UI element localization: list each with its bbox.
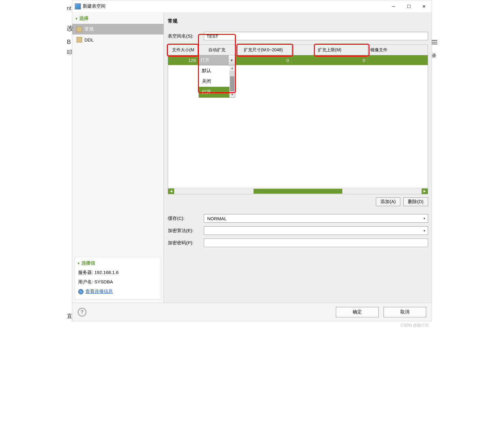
help-button[interactable]: ? — [78, 308, 86, 316]
content-area: 选择 常规 DDL 连接信 服务器: 192.168.1.6 用户名: SYSD… — [72, 13, 432, 303]
sidebar-item-label: DDL — [85, 37, 94, 42]
dropdown-option-on[interactable]: 打开 — [199, 87, 229, 97]
hamburger-icon — [432, 40, 437, 44]
background-right-fragment: 录 — [432, 0, 437, 321]
table-row[interactable]: 128 打开 ▼ 0 0 — [168, 55, 428, 65]
chevron-down-icon: ▼ — [423, 217, 426, 220]
watermark: CSDN @赵小欠 — [72, 321, 432, 329]
sidebar-section-select[interactable]: 选择 — [72, 13, 164, 24]
encryption-password-input[interactable] — [204, 239, 428, 247]
auto-expand-value[interactable]: 打开 — [199, 55, 228, 65]
background-left-fragment: nt 改 B 叩 直 — [67, 0, 72, 321]
sidebar: 选择 常规 DDL 连接信 服务器: 192.168.1.6 用户名: SYSD… — [72, 13, 164, 303]
scroll-left-icon[interactable]: ◀ — [168, 188, 174, 194]
encryption-algo-row: 加密算法(E): ▼ — [164, 224, 432, 237]
app-icon — [75, 3, 81, 9]
close-button[interactable]: ✕ — [416, 0, 432, 13]
cache-label: 缓存(C): — [168, 216, 201, 221]
cache-select[interactable]: NORMAL ▼ — [204, 214, 428, 223]
dialog-footer: ? 确定 取消 — [72, 303, 432, 321]
encryption-password-row: 加密密码(P): — [164, 237, 432, 249]
auto-expand-combo[interactable]: 打开 ▼ — [199, 55, 235, 65]
scroll-up-icon[interactable]: ▲ — [229, 65, 235, 71]
col-file-size[interactable]: 文件大小(M — [168, 45, 199, 55]
sidebar-item-label: 常规 — [85, 26, 94, 32]
titlebar: 新建表空间 ─ ☐ ✕ — [72, 0, 432, 13]
encryption-algo-label: 加密算法(E): — [168, 228, 201, 234]
cache-row: 缓存(C): NORMAL ▼ — [164, 212, 432, 224]
tablespace-name-input[interactable] — [204, 32, 428, 40]
minimize-button[interactable]: ─ — [386, 0, 401, 13]
col-expand-limit[interactable]: 扩充上限(M) — [292, 45, 368, 55]
window-title: 新建表空间 — [83, 3, 106, 9]
cell-expand-limit[interactable]: 0 — [292, 55, 368, 65]
cell-expand-size[interactable]: 0 — [235, 55, 292, 65]
add-button[interactable]: 添加(A) — [376, 197, 400, 206]
server-row: 服务器: 192.168.1.6 — [77, 268, 159, 277]
cell-auto-expand[interactable]: 打开 ▼ — [199, 55, 235, 65]
main-panel: 常规 表空间名(S): 文件大小(M 自动扩充 扩充尺寸(M:0~2048) 扩… — [164, 13, 432, 303]
sidebar-item-ddl[interactable]: DDL — [72, 35, 164, 45]
delete-button[interactable]: 删除(D) — [403, 197, 428, 206]
dialog-window: nt 改 B 叩 直 录 新建表空间 ─ ☐ ✕ 选择 常规 — [72, 0, 432, 321]
encryption-password-label: 加密密码(P): — [168, 240, 201, 246]
sidebar-section-connection[interactable]: 连接信 — [77, 260, 159, 268]
page-icon — [77, 37, 82, 42]
dropdown-option-off[interactable]: 关闭 — [199, 76, 229, 87]
chevron-down-icon: ▼ — [423, 229, 426, 232]
col-expand-size[interactable]: 扩充尺寸(M:0~2048) — [235, 45, 292, 55]
connection-info-panel: 连接信 服务器: 192.168.1.6 用户名: SYSDBA 查看连接信息 — [75, 257, 161, 300]
table-buttons: 添加(A) 删除(D) — [164, 194, 432, 212]
tablespace-name-label: 表空间名(S): — [168, 33, 201, 39]
user-row: 用户名: SYSDBA — [77, 277, 159, 287]
encryption-algo-select[interactable]: ▼ — [204, 226, 428, 235]
cancel-button[interactable]: 取消 — [383, 307, 426, 317]
scroll-thumb[interactable] — [254, 189, 343, 194]
horizontal-scrollbar[interactable]: ◀ ▶ — [168, 188, 428, 194]
ok-button[interactable]: 确定 — [336, 307, 379, 317]
cell-mirror-file[interactable] — [368, 55, 428, 65]
dropdown-scrollbar[interactable]: ▲ ▼ — [229, 65, 235, 97]
chevron-down-icon[interactable]: ▼ — [228, 55, 235, 65]
col-mirror-file[interactable]: 镜像文件 — [368, 45, 428, 55]
files-table: 文件大小(M 自动扩充 扩充尺寸(M:0~2048) 扩充上限(M) 镜像文件 … — [168, 45, 428, 194]
auto-expand-dropdown[interactable]: 默认 关闭 打开 ▲ ▼ — [199, 65, 235, 98]
table-header-row: 文件大小(M 自动扩充 扩充尺寸(M:0~2048) 扩充上限(M) 镜像文件 — [168, 45, 428, 55]
tablespace-name-row: 表空间名(S): — [164, 31, 432, 45]
sidebar-item-general[interactable]: 常规 — [72, 24, 164, 35]
scroll-track[interactable] — [174, 188, 422, 194]
maximize-button[interactable]: ☐ — [401, 0, 416, 13]
scroll-right-icon[interactable]: ▶ — [422, 188, 428, 194]
cell-file-size[interactable]: 128 — [168, 55, 199, 65]
page-icon — [77, 27, 82, 32]
table-body: 128 打开 ▼ 0 0 默认 关 — [168, 55, 428, 188]
scroll-thumb[interactable] — [230, 76, 234, 91]
cache-value: NORMAL — [207, 216, 227, 221]
scroll-down-icon[interactable]: ▼ — [229, 92, 235, 97]
globe-icon — [78, 289, 84, 294]
page-title: 常规 — [164, 13, 432, 31]
view-connection-link[interactable]: 查看连接信息 — [77, 287, 159, 296]
col-auto-expand[interactable]: 自动扩充 — [199, 45, 235, 55]
dropdown-option-default[interactable]: 默认 — [199, 65, 229, 76]
